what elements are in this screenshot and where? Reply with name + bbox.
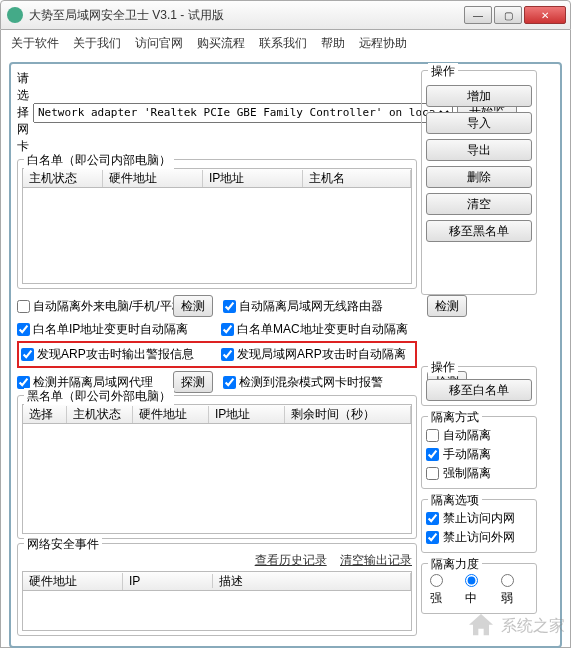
chk-promisc-alert[interactable]: 检测到混杂模式网卡时报警 xyxy=(223,374,423,391)
app-icon xyxy=(7,7,23,23)
chk-whitelist-ip-change[interactable]: 白名单IP地址变更时自动隔离 xyxy=(17,321,217,338)
blacklist-group: 黑名单（即公司外部电脑） 选择 主机状态 硬件地址 IP地址 剩余时间（秒） xyxy=(17,395,417,539)
chk-block-external[interactable]: 禁止访问外网 xyxy=(426,529,532,546)
isolate-strength-group: 隔离力度 强 中 弱 xyxy=(421,563,537,614)
col-ip3[interactable]: IP xyxy=(123,574,213,588)
chk-block-internal[interactable]: 禁止访问内网 xyxy=(426,510,532,527)
nic-select[interactable]: Network adapter 'Realtek PCIe GBE Family… xyxy=(33,103,453,123)
chk-auto-isolate[interactable]: 自动隔离 xyxy=(426,427,532,444)
col-host-state[interactable]: 主机状态 xyxy=(23,170,103,187)
menu-help[interactable]: 帮助 xyxy=(321,35,345,52)
isolate-opts-group: 隔离选项 禁止访问内网 禁止访问外网 xyxy=(421,499,537,553)
menu-purchase[interactable]: 购买流程 xyxy=(197,35,245,52)
detect-button-1[interactable]: 检测 xyxy=(173,295,213,317)
isolate-opts-legend: 隔离选项 xyxy=(428,492,482,509)
ops-group-1: 操作 增加 导入 导出 删除 清空 移至黑名单 xyxy=(421,70,537,295)
check-row-2: 白名单IP地址变更时自动隔离 白名单MAC地址变更时自动隔离 xyxy=(17,321,417,338)
chk-arp-alert[interactable]: 发现ARP攻击时输出警报信息 xyxy=(21,346,217,363)
clear-button[interactable]: 清空 xyxy=(426,193,532,215)
minimize-button[interactable]: — xyxy=(464,6,492,24)
whitelist-group: 白名单（即公司内部电脑） 主机状态 硬件地址 IP地址 主机名 xyxy=(17,159,417,289)
col-hostname[interactable]: 主机名 xyxy=(303,170,411,187)
col-ip[interactable]: IP地址 xyxy=(203,170,303,187)
move-white-button[interactable]: 移至白名单 xyxy=(426,379,532,401)
probe-button[interactable]: 探测 xyxy=(173,371,213,393)
export-button[interactable]: 导出 xyxy=(426,139,532,161)
col-remaining[interactable]: 剩余时间（秒） xyxy=(285,406,411,423)
isolate-mode-group: 隔离方式 自动隔离 手动隔离 强制隔离 xyxy=(421,416,537,489)
col-select[interactable]: 选择 xyxy=(23,406,67,423)
chk-isolate-router[interactable]: 自动隔离局域网无线路由器 xyxy=(223,298,423,315)
chk-manual-isolate[interactable]: 手动隔离 xyxy=(426,446,532,463)
col-desc[interactable]: 描述 xyxy=(213,573,411,590)
radio-strong[interactable]: 强 xyxy=(430,574,457,607)
check-row-1: 自动隔离外来电脑/手机/平板 检测 自动隔离局域网无线路由器 检测 xyxy=(17,295,417,317)
menu-website[interactable]: 访问官网 xyxy=(135,35,183,52)
menu-about-software[interactable]: 关于软件 xyxy=(11,35,59,52)
chk-arp-auto-isolate[interactable]: 发现局域网ARP攻击时自动隔离 xyxy=(221,346,417,363)
window-title: 大势至局域网安全卫士 V3.1 - 试用版 xyxy=(29,7,462,24)
delete-button[interactable]: 删除 xyxy=(426,166,532,188)
events-header: 硬件地址 IP 描述 xyxy=(22,571,412,591)
nic-row: 请选择网卡 Network adapter 'Realtek PCIe GBE … xyxy=(17,70,417,155)
ops-group-2: 操作 移至白名单 xyxy=(421,366,537,406)
right-column: 操作 增加 导入 导出 删除 清空 移至黑名单 操作 移至白名单 隔离方式 自动… xyxy=(421,70,537,640)
menu-about-us[interactable]: 关于我们 xyxy=(73,35,121,52)
blacklist-body[interactable] xyxy=(22,424,412,534)
col-ip2[interactable]: IP地址 xyxy=(209,406,285,423)
ops-legend-2: 操作 xyxy=(428,359,458,376)
left-column: 请选择网卡 Network adapter 'Realtek PCIe GBE … xyxy=(17,70,417,640)
col-host-state2[interactable]: 主机状态 xyxy=(67,406,133,423)
main-panel: 请选择网卡 Network adapter 'Realtek PCIe GBE … xyxy=(9,62,562,648)
whitelist-body[interactable] xyxy=(22,188,412,284)
menu-contact[interactable]: 联系我们 xyxy=(259,35,307,52)
whitelist-header: 主机状态 硬件地址 IP地址 主机名 xyxy=(22,168,412,188)
col-hw-addr3[interactable]: 硬件地址 xyxy=(23,573,123,590)
col-hw-addr[interactable]: 硬件地址 xyxy=(103,170,203,187)
events-body[interactable] xyxy=(22,591,412,631)
ops-legend-1: 操作 xyxy=(428,63,458,80)
events-legend: 网络安全事件 xyxy=(24,536,102,553)
import-button[interactable]: 导入 xyxy=(426,112,532,134)
view-history-link[interactable]: 查看历史记录 xyxy=(255,553,327,567)
radio-mid[interactable]: 中 xyxy=(465,574,492,607)
blacklist-header: 选择 主机状态 硬件地址 IP地址 剩余时间（秒） xyxy=(22,404,412,424)
radio-weak[interactable]: 弱 xyxy=(501,574,528,607)
move-black-button[interactable]: 移至黑名单 xyxy=(426,220,532,242)
window-buttons: — ▢ ✕ xyxy=(462,6,566,24)
isolate-mode-legend: 隔离方式 xyxy=(428,409,482,426)
nic-label: 请选择网卡 xyxy=(17,70,29,155)
chk-force-isolate[interactable]: 强制隔离 xyxy=(426,465,532,482)
col-hw-addr2[interactable]: 硬件地址 xyxy=(133,406,209,423)
close-button[interactable]: ✕ xyxy=(524,6,566,24)
add-button[interactable]: 增加 xyxy=(426,85,532,107)
clear-output-link[interactable]: 清空输出记录 xyxy=(340,553,412,567)
blacklist-legend: 黑名单（即公司外部电脑） xyxy=(24,388,174,405)
titlebar: 大势至局域网安全卫士 V3.1 - 试用版 — ▢ ✕ xyxy=(0,0,571,30)
menubar: 关于软件 关于我们 访问官网 购买流程 联系我们 帮助 远程协助 xyxy=(0,30,571,56)
maximize-button[interactable]: ▢ xyxy=(494,6,522,24)
whitelist-legend: 白名单（即公司内部电脑） xyxy=(24,152,174,169)
menu-remote[interactable]: 远程协助 xyxy=(359,35,407,52)
content: 请选择网卡 Network adapter 'Realtek PCIe GBE … xyxy=(0,56,571,648)
chk-whitelist-mac-change[interactable]: 白名单MAC地址变更时自动隔离 xyxy=(221,321,421,338)
events-group: 网络安全事件 查看历史记录 清空输出记录 硬件地址 IP 描述 xyxy=(17,543,417,636)
isolate-strength-legend: 隔离力度 xyxy=(428,556,482,573)
highlighted-row: 发现ARP攻击时输出警报信息 发现局域网ARP攻击时自动隔离 xyxy=(17,341,417,368)
